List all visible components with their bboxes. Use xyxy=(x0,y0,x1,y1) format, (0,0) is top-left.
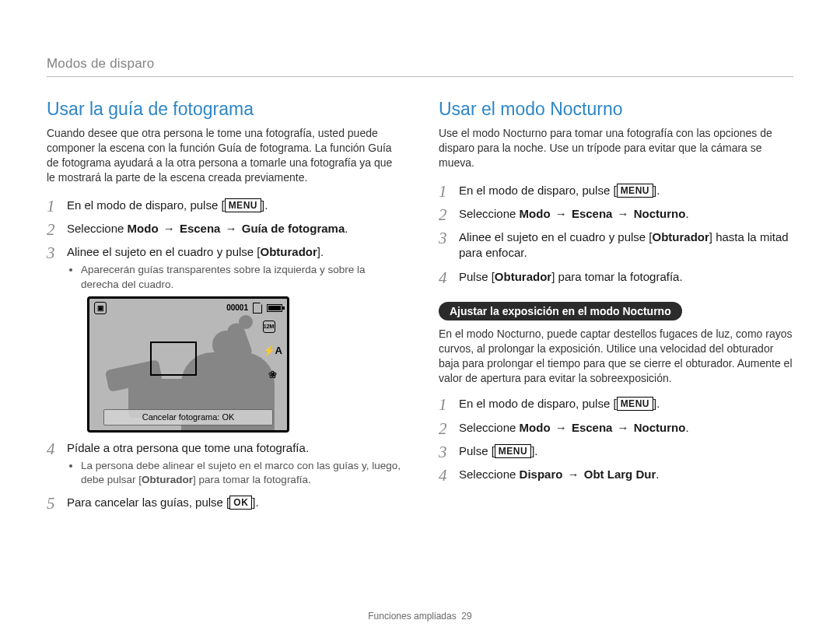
step-text: ]. xyxy=(653,397,660,410)
lcd-footer: Cancelar fotograma: OK xyxy=(103,409,273,426)
section-title-frame-guide: Usar la guía de fotograma xyxy=(47,99,401,120)
lcd-top-right: 00001 xyxy=(226,303,282,313)
step-text: En el modo de disparo, pulse [ xyxy=(67,198,225,212)
footer-section: Funciones ampliadas xyxy=(368,611,456,622)
step-1: En el modo de disparo, pulse [MENU]. xyxy=(47,198,401,213)
step-3: Alinee el sujeto en el cuadro y pulse [O… xyxy=(439,229,793,261)
substep-list: La persona debe alinear el sujeto en el … xyxy=(81,459,401,487)
arrow-icon: → xyxy=(159,222,180,235)
divider xyxy=(47,76,793,77)
arrow-icon: → xyxy=(612,207,633,220)
flash-auto-icon: ⚡A xyxy=(263,344,282,358)
step-text: Alinee el sujeto en el cuadro y pulse [ xyxy=(459,230,653,243)
left-column: Usar la guía de fotograma Cuando desee q… xyxy=(47,99,401,519)
step-4: Seleccione Disparo → Obt Larg Dur. xyxy=(439,467,793,482)
frame-counter: 00001 xyxy=(226,303,248,313)
substep: La persona debe alinear el sujeto en el … xyxy=(81,459,401,487)
page-footer: Funciones ampliadas 29 xyxy=(0,611,840,622)
arrow-icon: → xyxy=(562,468,583,481)
step-text: ]. xyxy=(531,444,537,457)
step-4: Pídale a otra persona que tome una fotog… xyxy=(47,440,401,488)
step-1: En el modo de disparo, pulse [MENU]. xyxy=(439,396,793,412)
menu-button-label: MENU xyxy=(617,184,653,198)
shutter-label: Obturador xyxy=(653,230,709,243)
steps-night-mode: En el modo de disparo, pulse [MENU]. Sel… xyxy=(439,183,793,285)
focus-box xyxy=(150,342,197,376)
step-text: Seleccione xyxy=(459,207,520,220)
step-text: Para cancelar las guías, pulse [ xyxy=(67,496,229,509)
size-icon: 12M xyxy=(263,321,275,333)
step-5: Para cancelar las guías, pulse [OK]. xyxy=(47,495,401,510)
shutter-label: Obturador xyxy=(495,270,551,283)
step-text: En el modo de disparo, pulse [ xyxy=(459,397,617,410)
path-shoot: Disparo xyxy=(520,468,563,481)
path-mode: Modo xyxy=(128,222,159,235)
sub-text: ] para tomar la fotografía. xyxy=(193,474,311,485)
step-text: . xyxy=(685,421,688,434)
step-text: Alinee el sujeto en el cuadro y pulse [ xyxy=(67,245,261,258)
step-text: Seleccione xyxy=(67,222,128,235)
step-text: Seleccione xyxy=(459,421,520,434)
path-scene: Escena xyxy=(572,207,613,220)
step-text: En el modo de disparo, pulse [ xyxy=(459,184,617,197)
breadcrumb: Modos de disparo xyxy=(47,56,793,72)
arrow-icon: → xyxy=(551,421,572,434)
step-text: Pulse [ xyxy=(459,270,495,283)
step-text: Pídale a otra persona que tome una fotog… xyxy=(67,441,309,454)
steps-frame-guide: En el modo de disparo, pulse [MENU]. Sel… xyxy=(47,198,401,511)
path-mode: Modo xyxy=(520,421,551,434)
step-text: ]. xyxy=(653,184,660,197)
step-text: ] para tomar la fotografía. xyxy=(551,270,682,283)
path-night: Nocturno xyxy=(634,421,686,434)
step-1: En el modo de disparo, pulse [MENU]. xyxy=(439,183,793,198)
step-text: Pulse [ xyxy=(459,444,495,457)
step-2: Seleccione Modo → Escena → Nocturno. xyxy=(439,420,793,436)
intro-night-mode: Use el modo Nocturno para tomar una foto… xyxy=(439,126,793,170)
arrow-icon: → xyxy=(220,222,241,235)
shutter-label: Obturador xyxy=(261,245,317,258)
step-3: Alinee el sujeto en el cuadro y pulse [O… xyxy=(47,244,401,433)
path-frame-guide: Guía de fotograma xyxy=(242,222,345,235)
intro-frame-guide: Cuando desee que otra persona le tome un… xyxy=(47,126,401,185)
right-column: Usar el modo Nocturno Use el modo Noctur… xyxy=(439,99,793,519)
section-title-night-mode: Usar el modo Nocturno xyxy=(439,99,793,120)
step-text: Seleccione xyxy=(459,468,520,481)
steps-night-exposure: En el modo de disparo, pulse [MENU]. Sel… xyxy=(439,396,793,482)
menu-button-label: MENU xyxy=(495,444,531,458)
battery-icon xyxy=(267,304,282,312)
step-2: Seleccione Modo → Escena → Nocturno. xyxy=(439,206,793,222)
lcd-illustration: ▣ 00001 12M ⚡A ❀ xyxy=(87,296,401,433)
step-text: . xyxy=(656,468,659,481)
scene-icon: ▣ xyxy=(94,302,107,314)
menu-button-label: MENU xyxy=(225,198,261,212)
step-text: . xyxy=(345,222,348,235)
two-column-layout: Usar la guía de fotograma Cuando desee q… xyxy=(47,99,793,519)
step-text: ]. xyxy=(261,198,268,212)
path-scene: Escena xyxy=(572,421,613,434)
card-icon xyxy=(253,303,262,313)
arrow-icon: → xyxy=(612,421,633,434)
path-scene: Escena xyxy=(180,222,221,235)
path-night: Nocturno xyxy=(634,207,686,220)
step-text: . xyxy=(685,207,688,220)
step-3: Pulse [MENU]. xyxy=(439,443,793,459)
lcd-topbar: ▣ 00001 xyxy=(94,302,282,314)
footer-page-number: 29 xyxy=(461,611,471,622)
step-2: Seleccione Modo → Escena → Guía de fotog… xyxy=(47,221,401,236)
subsection-pill-night-exposure: Ajustar la exposición en el modo Nocturn… xyxy=(439,302,682,321)
ok-button-label: OK xyxy=(229,496,252,510)
substep-list: Aparecerán guías transparentes sobre la … xyxy=(81,263,401,291)
camera-lcd: ▣ 00001 12M ⚡A ❀ xyxy=(87,296,289,433)
path-long-shutter: Obt Larg Dur xyxy=(584,468,656,481)
shutter-label: Obturador xyxy=(142,474,193,485)
menu-button-label: MENU xyxy=(617,397,653,411)
path-mode: Modo xyxy=(520,207,551,220)
step-text: ]. xyxy=(252,496,258,509)
step-4: Pulse [Obturador] para tomar la fotograf… xyxy=(439,269,793,285)
subsection-intro: En el modo Nocturno, puede captar destel… xyxy=(439,327,793,386)
step-text: ]. xyxy=(317,245,324,258)
arrow-icon: → xyxy=(551,207,572,220)
substep: Aparecerán guías transparentes sobre la … xyxy=(81,263,401,291)
